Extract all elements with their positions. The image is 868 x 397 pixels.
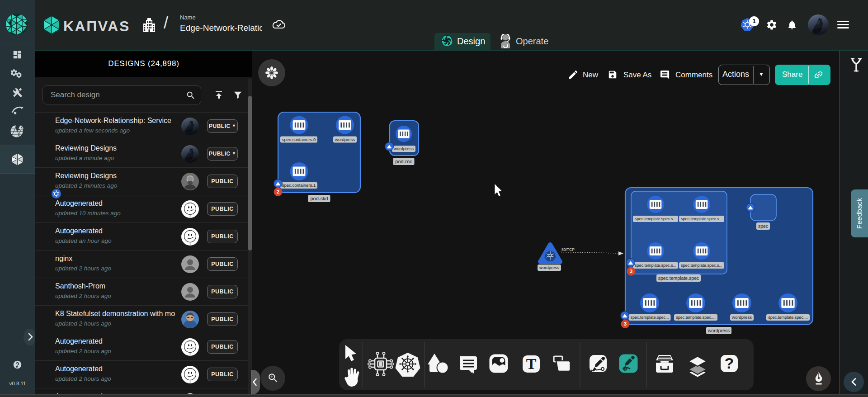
svg-text:spec.template.spec.s...: spec.template.spec.s...	[635, 263, 676, 268]
svg-text:spec.template.spec.s...: spec.template.spec.s...	[681, 263, 722, 268]
svg-text:spec.containers.1: spec.containers.1	[282, 183, 316, 188]
svg-text:spec.template.spec.s...: spec.template.spec.s...	[635, 217, 676, 221]
svg-text:wordpress: wordpress	[731, 315, 752, 320]
svg-text:pod-roc: pod-roc	[395, 159, 412, 164]
svg-text:2: 2	[277, 189, 279, 194]
svg-text:3: 3	[624, 321, 627, 326]
svg-text:spec.template.spec....: spec.template.spec....	[768, 315, 808, 320]
svg-text:wordpress: wordpress	[335, 137, 355, 142]
svg-text:3: 3	[630, 269, 632, 274]
svg-text:spec.containers.0: spec.containers.0	[282, 137, 316, 142]
svg-text:?: ?	[725, 354, 734, 372]
svg-text:wordpress: wordpress	[708, 328, 730, 333]
svg-text:pod-skd: pod-skd	[310, 196, 328, 201]
svg-text:spec.template.spec...: spec.template.spec...	[630, 315, 669, 320]
svg-text:wordpress: wordpress	[393, 146, 414, 151]
svg-text:T: T	[526, 355, 537, 372]
svg-text:spec.template.spec.s...: spec.template.spec.s...	[681, 217, 722, 221]
svg-text:wordpress: wordpress	[539, 265, 559, 270]
svg-text:spec.template.spec: spec.template.spec	[658, 275, 699, 281]
svg-text:spec.template.spec....: spec.template.spec....	[676, 315, 716, 320]
svg-text:spec: spec	[758, 223, 768, 229]
svg-text:80/TCP: 80/TCP	[561, 247, 575, 252]
